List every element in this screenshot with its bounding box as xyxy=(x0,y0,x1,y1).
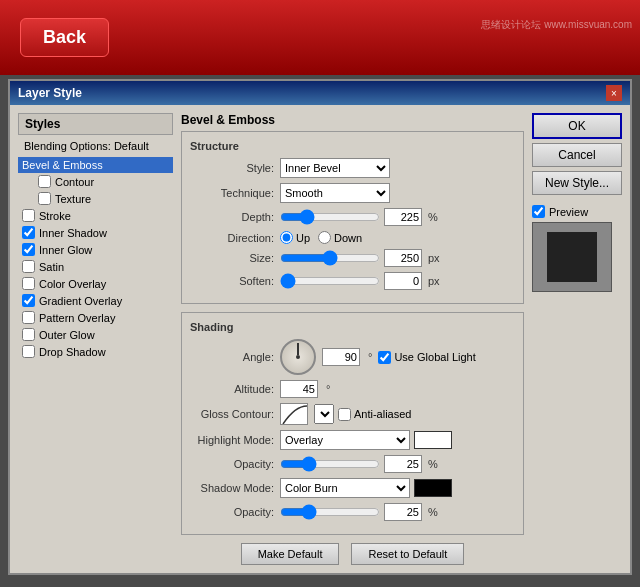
preview-label: Preview xyxy=(549,206,588,218)
direction-up-label: Up xyxy=(296,232,310,244)
direction-up-radio[interactable]: Up xyxy=(280,231,310,244)
layer-item-gradient-overlay[interactable]: Gradient Overlay xyxy=(18,292,173,309)
gloss-contour-preview[interactable] xyxy=(280,403,308,425)
angle-input[interactable] xyxy=(322,348,360,366)
layer-label: Contour xyxy=(55,176,94,188)
shadow-mode-select[interactable]: Color Burn xyxy=(280,478,410,498)
gloss-contour-label: Gloss Contour: xyxy=(190,408,280,420)
layer-item-inner-shadow[interactable]: Inner Shadow xyxy=(18,224,173,241)
back-button[interactable]: Back xyxy=(20,18,109,57)
altitude-input[interactable] xyxy=(280,380,318,398)
layer-item-pattern-overlay[interactable]: Pattern Overlay xyxy=(18,309,173,326)
layer-checkbox-contour[interactable] xyxy=(38,175,51,188)
highlight-opacity-input[interactable] xyxy=(384,455,422,473)
soften-input[interactable] xyxy=(384,272,422,290)
global-light-checkbox[interactable]: Use Global Light xyxy=(378,351,475,364)
layer-item-outer-glow[interactable]: Outer Glow xyxy=(18,326,173,343)
highlight-color-swatch[interactable] xyxy=(414,431,452,449)
layer-checkbox-satin[interactable] xyxy=(22,260,35,273)
layer-checkbox-inner-glow[interactable] xyxy=(22,243,35,256)
highlight-mode-row: Highlight Mode: Overlay xyxy=(190,430,515,450)
ok-button[interactable]: OK xyxy=(532,113,622,139)
direction-down-radio[interactable]: Down xyxy=(318,231,362,244)
layer-checkbox-drop-shadow[interactable] xyxy=(22,345,35,358)
new-style-button[interactable]: New Style... xyxy=(532,171,622,195)
shadow-opacity-label: Opacity: xyxy=(190,506,280,518)
blending-options[interactable]: Blending Options: Default xyxy=(18,137,173,155)
make-default-button[interactable]: Make Default xyxy=(241,543,340,565)
shadow-color-swatch[interactable] xyxy=(414,479,452,497)
soften-row: Soften: px xyxy=(190,272,515,290)
depth-input[interactable] xyxy=(384,208,422,226)
shadow-mode-row: Shadow Mode: Color Burn xyxy=(190,478,515,498)
layer-label: Stroke xyxy=(39,210,71,222)
size-input[interactable] xyxy=(384,249,422,267)
style-row: Style: Inner Bevel xyxy=(190,158,515,178)
bottom-buttons: Make Default Reset to Default xyxy=(181,543,524,565)
layer-checkbox-inner-shadow[interactable] xyxy=(22,226,35,239)
soften-slider[interactable] xyxy=(280,274,380,288)
highlight-mode-label: Highlight Mode: xyxy=(190,434,280,446)
shadow-opacity-input[interactable] xyxy=(384,503,422,521)
layer-checkbox-color-overlay[interactable] xyxy=(22,277,35,290)
close-button[interactable]: × xyxy=(606,85,622,101)
layer-checkbox-pattern-overlay[interactable] xyxy=(22,311,35,324)
gloss-contour-select[interactable]: ▼ xyxy=(314,404,334,424)
layer-style-dialog: Layer Style × Styles Blending Options: D… xyxy=(8,79,632,575)
layer-item-color-overlay[interactable]: Color Overlay xyxy=(18,275,173,292)
direction-radio-group: Up Down xyxy=(280,231,362,244)
dial-dot xyxy=(296,355,300,359)
anti-aliased-checkbox[interactable]: Anti-aliased xyxy=(338,408,411,421)
right-buttons-panel: OK Cancel New Style... Preview xyxy=(532,113,622,565)
shading-section: Shading Angle: ° Use Global Light xyxy=(181,312,524,535)
depth-slider[interactable] xyxy=(280,210,380,224)
layer-item-contour[interactable]: Contour xyxy=(34,173,173,190)
layer-checkbox-gradient-overlay[interactable] xyxy=(22,294,35,307)
size-slider[interactable] xyxy=(280,251,380,265)
depth-slider-container: % xyxy=(280,208,438,226)
reset-to-default-button[interactable]: Reset to Default xyxy=(351,543,464,565)
cancel-button[interactable]: Cancel xyxy=(532,143,622,167)
highlight-mode-select[interactable]: Overlay xyxy=(280,430,410,450)
layer-label: Gradient Overlay xyxy=(39,295,122,307)
altitude-label: Altitude: xyxy=(190,383,280,395)
layer-item-inner-glow[interactable]: Inner Glow xyxy=(18,241,173,258)
layer-item-stroke[interactable]: Stroke xyxy=(18,207,173,224)
size-label: Size: xyxy=(190,252,280,264)
technique-select[interactable]: Smooth xyxy=(280,183,390,203)
layer-checkbox-texture[interactable] xyxy=(38,192,51,205)
gloss-contour-controls: ▼ Anti-aliased xyxy=(280,403,411,425)
preview-label-container: Preview xyxy=(532,205,622,218)
altitude-controls: ° xyxy=(280,380,330,398)
technique-row: Technique: Smooth xyxy=(190,183,515,203)
size-unit: px xyxy=(428,252,440,264)
layer-checkbox-stroke[interactable] xyxy=(22,209,35,222)
layer-item-satin[interactable]: Satin xyxy=(18,258,173,275)
layer-checkbox-outer-glow[interactable] xyxy=(22,328,35,341)
layer-item-bevel-and-emboss[interactable]: Bevel & Emboss xyxy=(18,157,173,173)
preview-checkbox[interactable] xyxy=(532,205,545,218)
angle-row: Angle: ° Use Global Light xyxy=(190,339,515,375)
layer-item-texture[interactable]: Texture xyxy=(34,190,173,207)
shadow-mode-label: Shadow Mode: xyxy=(190,482,280,494)
shadow-opacity-controls: % xyxy=(280,503,438,521)
dialog-title: Layer Style xyxy=(18,86,82,100)
style-select[interactable]: Inner Bevel xyxy=(280,158,390,178)
layer-label: Inner Glow xyxy=(39,244,92,256)
main-content: Bevel & Emboss Structure Style: Inner Be… xyxy=(181,113,524,565)
angle-dial[interactable] xyxy=(280,339,316,375)
size-slider-container: px xyxy=(280,249,440,267)
layer-item-drop-shadow[interactable]: Drop Shadow xyxy=(18,343,173,360)
highlight-opacity-slider[interactable] xyxy=(280,457,380,471)
structure-section: Structure Style: Inner Bevel Technique: … xyxy=(181,131,524,304)
preview-inner xyxy=(547,232,597,282)
layer-label: Satin xyxy=(39,261,64,273)
soften-slider-container: px xyxy=(280,272,440,290)
highlight-opacity-row: Opacity: % xyxy=(190,455,515,473)
shadow-opacity-slider[interactable] xyxy=(280,505,380,519)
layer-label: Outer Glow xyxy=(39,329,95,341)
depth-row: Depth: % xyxy=(190,208,515,226)
preview-box xyxy=(532,222,612,292)
highlight-opacity-controls: % xyxy=(280,455,438,473)
shadow-opacity-row: Opacity: % xyxy=(190,503,515,521)
